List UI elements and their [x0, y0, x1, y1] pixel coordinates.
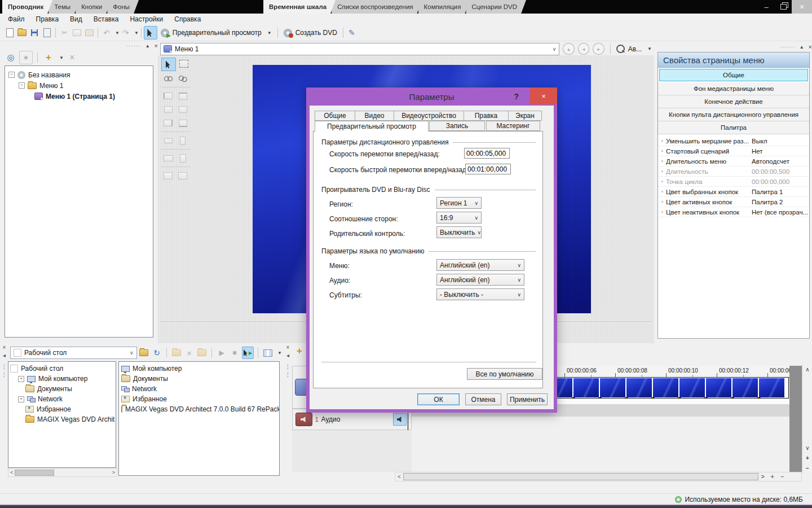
play-media-button[interactable]: ▶	[216, 347, 227, 358]
file-list-item[interactable]: Мой компьютер	[121, 364, 279, 374]
zoom-dropdown[interactable]: ▼	[647, 46, 652, 51]
align-top-tool[interactable]	[176, 90, 189, 102]
select-tool[interactable]	[161, 58, 176, 71]
property-row[interactable]: Цвет выбранных кнопокПалитра 1	[658, 187, 809, 197]
menu-language-select[interactable]: Английский (en)∨	[436, 259, 524, 271]
tab-explorer[interactable]: Проводник	[2, 0, 52, 14]
space-down-tool[interactable]	[176, 152, 189, 164]
focus-item-button[interactable]: ◎	[5, 51, 17, 64]
open-folder-button[interactable]	[196, 347, 208, 358]
mute-button[interactable]	[393, 413, 407, 426]
tab-themes[interactable]: Темы	[48, 0, 80, 14]
zoom-in-v-button[interactable]: +	[802, 453, 812, 463]
props-tab-remote-buttons[interactable]: Кнопки пульта дистанционного управления	[658, 108, 809, 121]
properties-button[interactable]	[41, 27, 53, 39]
redo-dropdown[interactable]: ▼	[134, 30, 139, 36]
undo-button[interactable]: ↶	[100, 27, 113, 39]
collapse-expander[interactable]: −	[19, 82, 25, 89]
dialog-help-button[interactable]: ?	[514, 87, 519, 106]
file-list-item[interactable]: Network	[121, 384, 279, 394]
tab-compilation[interactable]: Компиляция	[418, 0, 470, 14]
explorer-location-combobox[interactable]: Рабочий стол ∨	[10, 347, 137, 359]
props-tab-general[interactable]: Общие	[659, 69, 808, 81]
pin-dock-button[interactable]: ◂	[3, 352, 6, 358]
explorer-tree-item[interactable]: +Мой компьютер	[10, 374, 116, 384]
nav-forward-button[interactable]: ▸	[593, 43, 604, 55]
close-button[interactable]: ×	[792, 0, 812, 14]
new-button[interactable]	[3, 27, 16, 39]
dialog-tab-mastering[interactable]: Мастеринг	[486, 121, 540, 131]
center-in-page-v-tool[interactable]	[176, 169, 189, 182]
open-button[interactable]	[16, 27, 28, 39]
explorer-tree-item[interactable]: Рабочий стол	[10, 364, 116, 374]
menu-settings[interactable]: Настройки	[124, 14, 169, 24]
theme-brush-button[interactable]: ✎	[346, 27, 358, 39]
props-tab-background[interactable]: Фон медиастраницы меню	[658, 82, 809, 95]
collapse-panel-button[interactable]: ▲	[145, 43, 150, 49]
undo-dropdown[interactable]: ▼	[115, 30, 120, 36]
delete-item-button[interactable]: ×	[66, 51, 78, 64]
ok-button[interactable]: ОК	[417, 393, 460, 405]
preview-button[interactable]: ▶ Предварительный просмотр ▼	[157, 26, 275, 40]
zoom-in-h-button[interactable]: +	[767, 474, 778, 480]
tab-backgrounds[interactable]: Фоны	[107, 0, 139, 14]
selection-tool-button[interactable]	[144, 26, 157, 40]
scroll-up-button[interactable]: ∧	[802, 364, 812, 374]
menu-file[interactable]: Файл	[2, 14, 30, 24]
save-button[interactable]	[28, 27, 41, 39]
same-width-tool[interactable]	[161, 134, 175, 147]
tab-dvd-scripts[interactable]: Сценарии DVD	[466, 0, 526, 14]
minimize-button[interactable]: –	[758, 0, 775, 14]
zoom-level[interactable]: Ав...	[628, 45, 642, 53]
property-row[interactable]: Стартовый сценарийНет	[658, 146, 809, 156]
paste-button[interactable]	[83, 27, 95, 39]
explorer-tree-item[interactable]: Документы	[10, 384, 116, 394]
collapse-panel-button[interactable]: ▲	[800, 45, 804, 50]
tab-timeline[interactable]: Временная шкала	[263, 0, 336, 14]
tree-item-page[interactable]: Меню 1 (Страница 1)	[5, 91, 153, 102]
redo-button[interactable]: ↷	[120, 27, 132, 39]
menu-view[interactable]: Вид	[64, 14, 88, 24]
aspect-ratio-select[interactable]: 16:9∨	[436, 212, 482, 224]
dialog-tab-display[interactable]: Экран	[508, 111, 542, 121]
timeline-hscrollbar[interactable]: < > + −	[395, 472, 802, 481]
rewind-speed-input[interactable]	[464, 148, 510, 159]
explorer-tree-item[interactable]: +Network	[10, 394, 116, 404]
zoom-out-h-button[interactable]: −	[778, 474, 788, 480]
tab-playlists[interactable]: Списки воспроизведения	[332, 0, 422, 14]
first-page-button[interactable]: ★	[19, 51, 33, 64]
apply-button[interactable]: Применить	[507, 393, 548, 405]
close-panel-button[interactable]: ×	[809, 43, 812, 50]
scroll-left-button[interactable]: <	[395, 474, 403, 480]
folder-up-button[interactable]	[139, 347, 150, 358]
property-row[interactable]: Цвет активных кнопокПалитра 2	[658, 197, 809, 207]
fast-rewind-speed-input[interactable]	[465, 164, 511, 174]
add-track-button[interactable]: +	[297, 345, 302, 357]
audio-language-select[interactable]: Английский (en)∨	[436, 274, 524, 286]
pin-dock-button[interactable]: ◂	[286, 352, 289, 358]
close-dock-button[interactable]: ×	[3, 344, 6, 351]
explorer-tree-item[interactable]: Избранное	[10, 404, 116, 414]
center-vertical-tool[interactable]	[161, 103, 175, 116]
space-across-tool[interactable]	[161, 152, 175, 164]
defaults-button[interactable]: Все по умолчанию	[467, 368, 542, 380]
tab-buttons[interactable]: Кнопки	[76, 0, 111, 14]
zoom-out-v-button[interactable]: −	[802, 463, 812, 473]
insert-dropdown[interactable]: ▼	[59, 55, 64, 60]
preview-dropdown[interactable]: ▼	[267, 30, 272, 36]
delete-button[interactable]: ×	[184, 347, 195, 358]
menu-insert[interactable]: Вставка	[88, 14, 125, 24]
cut-button[interactable]: ✂	[58, 27, 70, 39]
timeline-vscrollbar[interactable]: ∧ ∨ + −	[802, 364, 812, 473]
dialog-tab-preview[interactable]: Предварительный просмотр	[315, 121, 429, 132]
scroll-right-button[interactable]: >	[758, 474, 767, 480]
menu-selector-combobox[interactable]: Меню 1 ∨	[160, 43, 559, 55]
stop-media-button[interactable]: ■	[229, 347, 240, 358]
file-list-item[interactable]: Документы	[121, 374, 279, 384]
insert-button[interactable]: +	[42, 51, 55, 64]
dialog-tab-burning[interactable]: Запись	[429, 121, 485, 131]
property-row[interactable]: Уменьшить мерцание раз...Выкл	[658, 136, 809, 146]
tree-item-menu[interactable]: − Меню 1	[5, 80, 153, 91]
curve-tool[interactable]	[176, 72, 189, 85]
dialog-close-button[interactable]: ×	[530, 87, 557, 104]
